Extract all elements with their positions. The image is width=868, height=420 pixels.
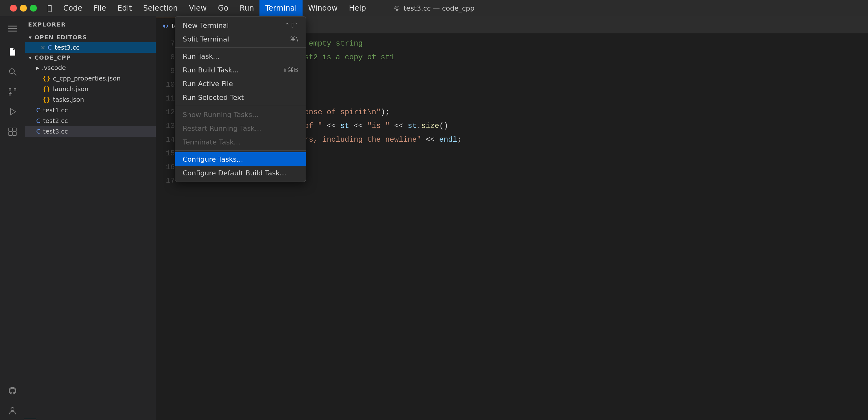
menu-item-run-active-file[interactable]: Run Active File (175, 77, 306, 91)
svg-point-5 (9, 88, 11, 90)
activity-search-icon[interactable] (3, 62, 22, 81)
menu-item-run-task[interactable]: Run Task... (175, 49, 306, 63)
sidebar-item-vscode[interactable]: ▸ .vscode (25, 62, 156, 73)
activity-github-icon[interactable] (3, 381, 22, 400)
maximize-button[interactable] (30, 5, 37, 11)
terminal-dropdown-menu[interactable]: New Terminal ⌃⇧` Split Terminal ⌘\ Run T… (175, 16, 306, 182)
svg-point-3 (9, 69, 14, 74)
menu-item-show-running-label: Show Running Tasks... (183, 111, 298, 119)
filename-launch: launch.json (53, 85, 88, 93)
filename-test1: test1.cc (43, 106, 68, 114)
svg-point-6 (14, 88, 16, 90)
filename-test2: test2.cc (43, 117, 68, 125)
json-file-icon: {} (42, 74, 50, 82)
menubar-run[interactable]: Run (234, 0, 259, 16)
filename-tasks: tasks.json (53, 96, 84, 103)
activity-explorer-icon[interactable] (3, 42, 22, 61)
menu-item-run-build-task[interactable]: Run Build Task... ⇧⌘B (175, 63, 306, 77)
menu-separator-1 (175, 47, 306, 48)
menu-item-split-terminal-label: Split Terminal (183, 35, 290, 43)
menu-item-new-terminal-label: New Terminal (183, 22, 284, 29)
sidebar-item-test3[interactable]: C test3.cc (25, 126, 156, 137)
tab-file-icon: © (162, 22, 168, 30)
menu-item-configure-tasks[interactable]: Configure Tasks... (175, 152, 306, 166)
svg-point-13 (11, 408, 14, 411)
activity-git-icon[interactable] (3, 83, 22, 101)
menubar-window[interactable]: Window (303, 0, 343, 16)
cpp-icon-test2: C (36, 117, 40, 125)
json-file-icon2: {} (42, 85, 50, 93)
main-layout: Explorer ▾ Open Editors ✕ C test3.cc ▾ C… (0, 16, 868, 420)
menubar-file[interactable]: File (88, 0, 112, 16)
code-cpp-label: CODE_CPP (35, 54, 71, 61)
menubar-help[interactable]: Help (343, 0, 372, 16)
svg-rect-1 (8, 28, 17, 29)
menubar-terminal[interactable]: Terminal (259, 0, 302, 16)
menu-item-run-build-task-label: Run Build Task... (183, 66, 283, 74)
menu-item-new-terminal-shortcut: ⌃⇧` (284, 22, 298, 29)
sidebar-item-launch-json[interactable]: {} launch.json (25, 84, 156, 94)
menubar-selection[interactable]: Selection (138, 0, 184, 16)
cpp-file-icon: C (48, 44, 52, 51)
filename-cpp-properties: c_cpp_properties.json (53, 74, 121, 82)
open-editors-label: Open Editors (35, 34, 87, 40)
menubar-code[interactable]: Code (57, 0, 88, 16)
svg-line-4 (14, 73, 16, 75)
menubar-go[interactable]: Go (212, 0, 234, 16)
svg-marker-8 (11, 108, 16, 115)
svg-rect-2 (8, 31, 17, 32)
menu-item-split-terminal-shortcut: ⌘\ (290, 35, 298, 43)
sidebar-item-tasks-json[interactable]: {} tasks.json (25, 94, 156, 105)
menu-item-split-terminal[interactable]: Split Terminal ⌘\ (175, 32, 306, 46)
window-controls (5, 5, 42, 11)
open-editors-section[interactable]: ▾ Open Editors (25, 32, 156, 42)
activity-account-icon[interactable] (3, 401, 22, 420)
menu-item-configure-default-build[interactable]: Configure Default Build Task... (175, 166, 306, 180)
window-title: © test3.cc — code_cpp (394, 4, 474, 12)
svg-point-7 (9, 93, 11, 95)
svg-rect-11 (9, 132, 12, 135)
menu-item-run-task-label: Run Task... (183, 53, 298, 60)
svg-rect-9 (9, 128, 12, 131)
svg-rect-10 (13, 128, 16, 131)
sidebar-item-cpp-properties[interactable]: {} c_cpp_properties.json (25, 73, 156, 84)
menu-item-run-selected-text[interactable]: Run Selected Text (175, 91, 306, 104)
minimize-button[interactable] (20, 5, 27, 11)
menubar-view[interactable]: View (183, 0, 212, 16)
activity-extensions-icon[interactable] (3, 122, 22, 141)
open-editors-chevron: ▾ (29, 34, 32, 40)
close-icon[interactable]: ✕ (40, 44, 45, 51)
sidebar-item-test2[interactable]: C test2.cc (25, 116, 156, 126)
json-file-icon3: {} (42, 96, 50, 103)
menu-item-new-terminal[interactable]: New Terminal ⌃⇧` (175, 19, 306, 32)
open-editor-file-test3[interactable]: ✕ C test3.cc (25, 42, 156, 53)
sidebar-item-test1[interactable]: C test1.cc (25, 105, 156, 116)
menu-item-run-build-task-shortcut: ⇧⌘B (283, 66, 298, 74)
menu-item-configure-default-build-label: Configure Default Build Task... (183, 169, 298, 177)
menubar-edit[interactable]: Edit (112, 0, 137, 16)
folder-chevron: ▸ (36, 64, 39, 71)
menu-item-terminate-task: Terminate Task... (175, 135, 306, 149)
menu-item-terminate-task-label: Terminate Task... (183, 138, 298, 146)
menu-item-configure-tasks-label: Configure Tasks... (183, 155, 298, 163)
cpp-icon-test1: C (36, 106, 40, 114)
code-cpp-folder[interactable]: ▾ CODE_CPP (25, 53, 156, 62)
menu-item-show-running: Show Running Tasks... (175, 108, 306, 121)
open-editor-filename: test3.cc (55, 44, 79, 51)
svg-rect-0 (8, 26, 17, 27)
activity-debug-icon[interactable] (3, 102, 22, 121)
menu-item-restart-running-label: Restart Running Task... (183, 125, 298, 132)
folder-name-vscode: .vscode (42, 64, 66, 71)
cpp-icon-test3: C (36, 128, 40, 135)
menu-separator-2 (175, 106, 306, 106)
sidebar: Explorer ▾ Open Editors ✕ C test3.cc ▾ C… (25, 16, 156, 420)
menubar:  Code File Edit Selection View Go Run T… (0, 0, 868, 16)
menubar-apple[interactable]:  (42, 0, 57, 16)
activity-menu-icon[interactable] (3, 19, 22, 38)
svg-rect-12 (13, 132, 16, 135)
menu-item-restart-running: Restart Running Task... (175, 121, 306, 135)
code-cpp-chevron: ▾ (29, 54, 32, 61)
menu-item-run-active-file-label: Run Active File (183, 80, 298, 88)
filename-test3: test3.cc (43, 128, 68, 135)
close-button[interactable] (10, 5, 17, 11)
